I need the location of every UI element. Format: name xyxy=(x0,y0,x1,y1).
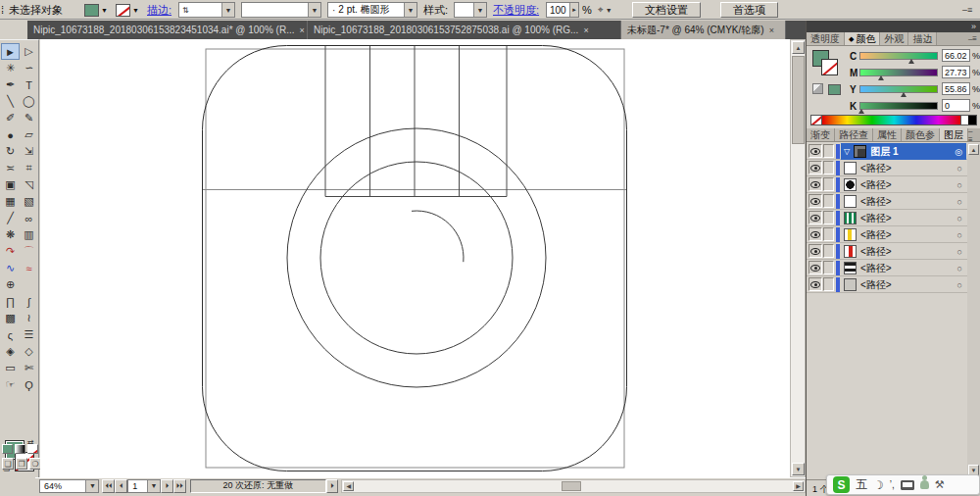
chevron-down-icon[interactable]: ▼ xyxy=(404,3,416,17)
type-tool[interactable]: T xyxy=(20,76,38,93)
inner-lens-circle[interactable] xyxy=(320,162,513,354)
slider-thumb[interactable] xyxy=(878,75,884,80)
lock-toggle[interactable] xyxy=(823,144,834,158)
white-swatch[interactable] xyxy=(960,116,968,124)
path-label[interactable]: <路径> xyxy=(860,178,892,192)
visibility-toggle[interactable] xyxy=(808,144,822,158)
row-body[interactable]: <路径>○ xyxy=(841,160,966,176)
opacity-input[interactable]: 100 ▸ xyxy=(546,2,579,18)
ime-logo-icon[interactable]: S xyxy=(833,476,850,493)
draw-behind-button[interactable]: ❐ xyxy=(16,458,27,470)
target-circle-icon[interactable]: ○ xyxy=(957,197,962,207)
document-tab-3-active[interactable]: 未标题-7* @ 64% (CMYK/轮廓) × xyxy=(621,21,786,39)
path-row[interactable]: <路径>○ xyxy=(807,160,980,176)
path-label[interactable]: <路径> xyxy=(860,228,892,242)
layers-scrollbar[interactable]: ▲ ▼ xyxy=(967,143,980,476)
lock-toggle[interactable] xyxy=(823,161,834,174)
direct-selection-tool[interactable]: ▷ xyxy=(20,43,38,60)
curve-pen-tool[interactable]: ↷ xyxy=(1,243,20,260)
zigzag-tool[interactable]: ∿ xyxy=(1,260,20,276)
close-icon[interactable]: × xyxy=(769,25,774,35)
gradient-button[interactable] xyxy=(15,444,25,454)
arc-anchor-tool[interactable]: ⌒ xyxy=(20,243,38,260)
zoom-tool[interactable]: Ϙ xyxy=(20,376,38,393)
scribble-tool[interactable]: ≀ xyxy=(20,310,38,326)
layer-name[interactable]: 图层 1 xyxy=(870,145,898,159)
scroll-right-icon[interactable]: ▶ xyxy=(793,481,804,491)
row-body[interactable]: <路径>○ xyxy=(841,243,966,260)
ime-toolbar[interactable]: S 五 ☽ ’, ⚒ xyxy=(826,474,980,495)
magic-wand-tool[interactable]: ✳ xyxy=(1,60,20,76)
eyedropper-tool[interactable]: ╱ xyxy=(1,210,20,226)
visibility-toggle[interactable] xyxy=(808,211,822,224)
scroll-down-icon[interactable]: ▼ xyxy=(792,463,805,475)
visibility-toggle[interactable] xyxy=(808,161,822,174)
lasso-tool[interactable]: ∽ xyxy=(20,60,38,76)
lock-toggle[interactable] xyxy=(823,211,834,224)
tab-color[interactable]: ◆ 颜色 xyxy=(845,32,880,45)
style-combo[interactable]: ▼ xyxy=(454,2,487,18)
row-body[interactable]: <路径>○ xyxy=(841,260,966,276)
document-setup-button[interactable]: 文档设置 xyxy=(632,2,701,18)
chevron-down-icon[interactable]: ▼ xyxy=(606,7,612,14)
status-menu-arrow[interactable]: ⏵ xyxy=(326,479,339,493)
black-swatch[interactable] xyxy=(968,116,976,124)
lock-toggle[interactable] xyxy=(823,227,834,241)
wrench-icon[interactable]: ⚒ xyxy=(935,478,945,491)
path-label[interactable]: <路径> xyxy=(860,212,892,225)
target-circle-icon[interactable]: ◎ xyxy=(955,147,962,157)
path-row[interactable]: <路径>○ xyxy=(807,260,980,276)
selection-tool[interactable]: ► xyxy=(1,43,20,60)
path-label[interactable]: <路径> xyxy=(860,162,892,175)
lock-toggle[interactable] xyxy=(823,244,834,258)
graph-tool[interactable]: ▥ xyxy=(20,226,38,243)
page-tool[interactable]: ⊕ xyxy=(1,276,20,293)
slice-selection-tool[interactable]: ∫ xyxy=(20,293,38,310)
moon-icon[interactable]: ☽ xyxy=(873,478,884,492)
blob-brush-tool[interactable]: ● xyxy=(1,126,20,143)
slice-tool[interactable]: ∏ xyxy=(1,293,20,310)
target-circle-icon[interactable]: ○ xyxy=(957,214,962,223)
select-similar-button[interactable]: ⌖ ▼ xyxy=(598,2,612,18)
target-circle-icon[interactable]: ○ xyxy=(957,247,962,257)
prev-artboard-button[interactable]: ⏴ xyxy=(115,479,127,493)
visibility-toggle[interactable] xyxy=(808,277,822,291)
slider-thumb[interactable] xyxy=(908,59,914,64)
gradient-tool[interactable]: ▧ xyxy=(20,193,38,210)
visibility-toggle[interactable] xyxy=(808,194,822,208)
artboard-canvas[interactable] xyxy=(40,39,790,477)
paragraph-tool[interactable]: ☰ xyxy=(20,326,38,343)
rotate-tool[interactable]: ↻ xyxy=(1,143,20,160)
fill-color-swatch[interactable]: ▼ xyxy=(84,2,108,18)
visibility-toggle[interactable] xyxy=(808,261,822,274)
channel-value-input[interactable]: 0 xyxy=(942,99,970,112)
draw-normal-button[interactable]: ❏ xyxy=(2,458,14,470)
document-tab-2[interactable]: Nipic_10673188_20180306153752875038.ai @… xyxy=(308,21,621,39)
chevron-down-icon[interactable]: ▼ xyxy=(473,3,486,17)
scroll-up-icon[interactable]: ▲ xyxy=(792,41,805,54)
free-transform-tool[interactable]: ⌗ xyxy=(20,160,38,176)
mesh-tool[interactable]: ▦ xyxy=(1,193,20,210)
scroll-left-icon[interactable]: ◀ xyxy=(343,481,354,491)
path-row[interactable]: <路径>○ xyxy=(807,276,980,293)
width-tool[interactable]: ≍ xyxy=(1,160,20,176)
width-profile-combo[interactable]: ▼ xyxy=(241,2,321,18)
stepper-arrow-icon[interactable]: ▸ xyxy=(569,3,578,17)
keyboard-icon[interactable] xyxy=(901,480,914,490)
warp-tool[interactable]: ς xyxy=(1,326,20,343)
lens-arc-path[interactable] xyxy=(412,211,464,262)
target-circle-icon[interactable]: ○ xyxy=(957,180,962,190)
path-label[interactable]: <路径> xyxy=(860,278,892,292)
brush-definition-combo[interactable]: · 2 pt. 椭圆形 ▼ xyxy=(327,2,417,18)
ime-mode-label[interactable]: 五 xyxy=(856,476,867,493)
panel-menu-icon[interactable]: ‒≡ xyxy=(962,2,972,18)
chevron-down-icon[interactable]: ▼ xyxy=(147,480,160,492)
path-label[interactable]: <路径> xyxy=(860,262,892,275)
close-icon[interactable]: × xyxy=(583,25,588,35)
chevron-down-icon[interactable]: ▼ xyxy=(101,7,108,14)
path-row[interactable]: <路径>○ xyxy=(807,193,980,210)
tab-transparency[interactable]: 透明度 xyxy=(807,32,845,45)
vertical-scrollbar[interactable]: ▲ ▼ xyxy=(790,39,806,477)
symbol-sprayer-tool[interactable]: ❋ xyxy=(1,226,20,243)
path-row[interactable]: <路径>○ xyxy=(807,176,980,193)
